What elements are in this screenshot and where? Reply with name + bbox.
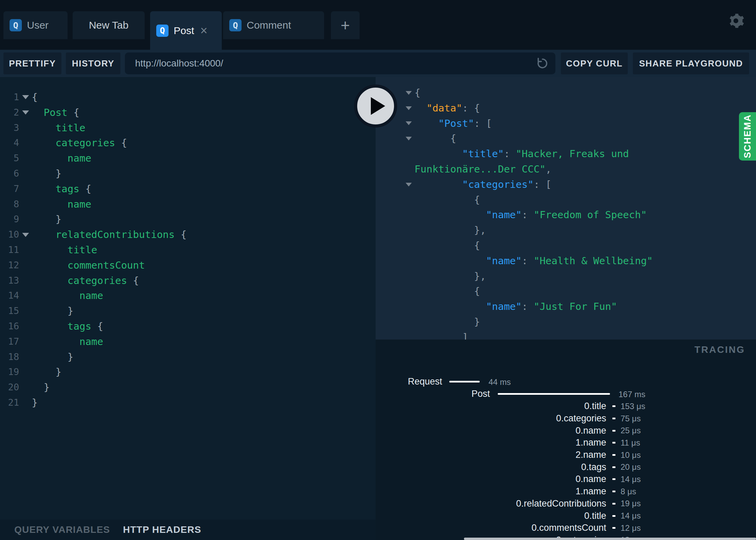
fold-gutter: [19, 151, 32, 166]
code-text: "name": "Freedom of Speech": [415, 207, 647, 223]
refresh-schema-icon[interactable]: [536, 57, 549, 70]
code-text: }: [32, 303, 73, 319]
line-number: 14: [0, 288, 19, 303]
field-duration-value: 8 μs: [621, 487, 636, 496]
fold-toggle-icon[interactable]: [376, 177, 415, 192]
field-duration-bar: [612, 515, 615, 517]
field-duration-bar: [612, 430, 615, 432]
tab-post[interactable]: Q Post ×: [150, 11, 222, 50]
schema-side-tab-label: SCHEMA: [742, 114, 753, 158]
editor-line: 18 }: [0, 349, 376, 365]
fold-gutter: [376, 284, 415, 299]
field-duration-value: 14 μs: [621, 475, 641, 484]
response-line: "name": "Just For Fun": [376, 299, 756, 314]
code-text: name: [32, 334, 103, 349]
fold-gutter: [19, 197, 32, 212]
field-duration-value: 12 μs: [621, 523, 641, 533]
field-path-label: 1.name: [376, 437, 606, 448]
settings-gear-icon[interactable]: [727, 12, 744, 29]
code-text: tags {: [32, 319, 103, 334]
code-text: "name": "Just For Fun": [415, 299, 617, 314]
http-headers-tab[interactable]: HTTP HEADERS: [123, 524, 201, 535]
execute-query-button[interactable]: [354, 85, 397, 127]
editor-line: 21}: [0, 395, 376, 410]
response-viewer[interactable]: { "data": { "Post": [ { "title": "Hacker…: [376, 77, 756, 340]
response-line: {: [376, 238, 756, 253]
code-text: {: [415, 238, 480, 253]
fold-gutter: [376, 269, 415, 284]
code-text: {: [32, 90, 38, 105]
history-button[interactable]: HISTORY: [66, 52, 120, 74]
editor-line: 13 categories {: [0, 273, 376, 288]
endpoint-url-input[interactable]: [134, 58, 536, 69]
endpoint-url-field[interactable]: [125, 52, 555, 74]
code-text: tags {: [32, 181, 91, 197]
span-duration-value: 44 ms: [489, 377, 511, 387]
fold-gutter: [376, 299, 415, 314]
horizontal-scrollbar[interactable]: [464, 538, 756, 540]
schema-side-tab[interactable]: SCHEMA: [739, 112, 756, 161]
field-duration-value: 25 μs: [621, 426, 641, 435]
tab-new-tab[interactable]: New Tab: [73, 11, 145, 39]
line-number: 20: [0, 380, 19, 395]
query-editor[interactable]: 1{2 Post {3 title4 categories {5 name6 }…: [0, 77, 376, 520]
tracing-field-row: 1.name11 μs: [376, 437, 756, 449]
editor-line: 12 commentsCount: [0, 258, 376, 273]
response-line: },: [376, 223, 756, 238]
plus-icon: +: [341, 17, 350, 33]
editor-line: 8 name: [0, 197, 376, 212]
editor-line: 9 }: [0, 212, 376, 227]
tab-comment[interactable]: Q Comment: [223, 11, 324, 39]
add-tab-button[interactable]: +: [331, 11, 360, 39]
code-text: name: [32, 197, 91, 212]
line-number: 13: [0, 273, 19, 288]
field-path-label: 0.title: [376, 401, 606, 411]
editor-line: 3 title: [0, 120, 376, 136]
fold-toggle-icon[interactable]: [19, 105, 32, 120]
field-duration-bar: [612, 418, 615, 419]
tracing-panel[interactable]: TRACING Request44 msPost167 ms 0.title15…: [376, 340, 756, 540]
editor-line: 16 tags {: [0, 319, 376, 334]
tracing-field-row: 0.categories75 μs: [376, 412, 756, 425]
code-text: {: [415, 85, 420, 101]
response-line: "categories": [: [376, 177, 756, 192]
fold-toggle-icon[interactable]: [19, 227, 32, 242]
code-text: commentsCount: [32, 258, 145, 273]
field-duration-value: 14 μs: [621, 511, 641, 521]
field-duration-value: 11 μs: [621, 438, 640, 448]
field-path-label: 0.name: [376, 474, 606, 484]
field-path-label: 0.tags: [376, 462, 606, 472]
fold-gutter: [19, 181, 32, 197]
query-variables-tab[interactable]: QUERY VARIABLES: [14, 524, 110, 535]
fold-gutter: [376, 238, 415, 253]
fold-gutter: [19, 212, 32, 227]
tracing-span-row: Request44 ms: [376, 376, 756, 387]
fold-gutter: [376, 253, 415, 269]
code-text: categories {: [32, 273, 139, 288]
editor-line: 15 }: [0, 303, 376, 319]
toolbar: PRETTIFY HISTORY COPY CURL SHARE PLAYGRO…: [0, 50, 756, 77]
field-duration-bar: [612, 491, 615, 492]
prettify-button[interactable]: PRETTIFY: [3, 52, 61, 74]
tracing-field-row: 2.name10 μs: [376, 449, 756, 461]
fold-toggle-icon[interactable]: [19, 90, 32, 105]
tracing-field-row: 0.title153 μs: [376, 400, 756, 412]
code-text: relatedContributions {: [32, 227, 187, 242]
copy-curl-button[interactable]: COPY CURL: [561, 52, 628, 74]
response-line: {: [376, 131, 756, 146]
fold-toggle-icon[interactable]: [376, 131, 415, 146]
span-duration-bar: [498, 393, 610, 395]
share-playground-button[interactable]: SHARE PLAYGROUND: [633, 52, 749, 74]
response-line: "name": "Health & Wellbeing": [376, 253, 756, 269]
fold-gutter: [19, 273, 32, 288]
close-icon[interactable]: ×: [200, 25, 207, 37]
line-number: 5: [0, 151, 19, 166]
query-badge: Q: [10, 19, 22, 31]
field-path-label: 0.relatedContributions: [376, 498, 606, 509]
code-text: }: [32, 349, 73, 365]
tab-user[interactable]: Q User: [3, 11, 68, 39]
code-text: }: [32, 364, 61, 380]
tracing-field-row: 0.relatedContributions19 μs: [376, 498, 756, 510]
fold-gutter: [19, 242, 32, 258]
field-duration-bar: [612, 503, 615, 505]
